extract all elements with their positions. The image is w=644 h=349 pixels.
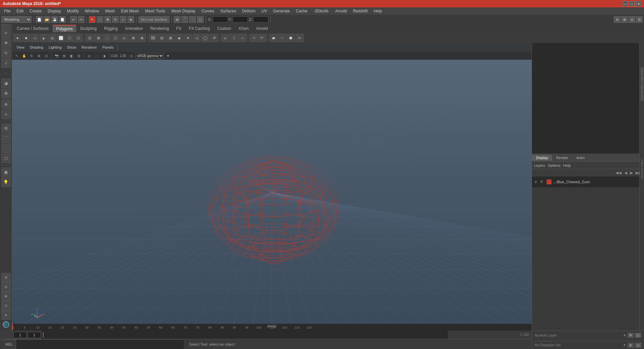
universal-tool[interactable]: ⊕ [127, 16, 134, 23]
wedge-tool[interactable]: ▷ [120, 34, 128, 42]
vp-gamma-dropdown[interactable]: ▼ [165, 52, 171, 59]
poly-cylinder-tool[interactable]: ⬭ [31, 34, 39, 42]
right-toolbar-2[interactable]: ⊠ [621, 16, 628, 23]
average-tool[interactable]: ~ [278, 34, 286, 42]
tab-xgen[interactable]: XGen [235, 25, 252, 32]
snap-curve-button[interactable]: ⌒ [181, 16, 188, 23]
lasso-tool[interactable]: ⬚ [97, 16, 103, 23]
y-field[interactable] [233, 16, 248, 22]
char-set-options-btn[interactable]: ⚙ [628, 343, 634, 348]
rotate-tool-button[interactable]: ↻ [1, 48, 11, 58]
vertical-panel-tab[interactable]: Attribute Editor [639, 7, 644, 331]
bridge-tool[interactable]: ⊞ [94, 34, 102, 42]
snap-to-grid-button[interactable]: ⊞ [1, 123, 11, 133]
panels-menu[interactable]: Panels [101, 45, 115, 50]
left-panel-2[interactable]: ⊟ [1, 282, 11, 292]
outer-right-panel-tab[interactable]: Channel Box / Layer Editor [639, 67, 644, 101]
viewport[interactable]: View Shading Lighting Show Renderer Pane… [12, 43, 532, 331]
arrow-back[interactable]: ◀ [623, 170, 628, 175]
bevel-tool[interactable]: ⌧ [149, 34, 157, 42]
connect-tool[interactable]: ⊕ [129, 34, 137, 42]
maximize-button[interactable]: □ [629, 1, 635, 6]
boolean-inter-tool[interactable]: ∩ [238, 34, 247, 42]
cleanup-tool[interactable]: ✂ [296, 34, 304, 42]
circularize-tool[interactable]: ◯ [201, 34, 209, 42]
retopo-tool[interactable]: ⬢ [287, 34, 295, 42]
menu-uv[interactable]: UV [259, 8, 270, 14]
tab-fx-caching[interactable]: FX Caching [185, 25, 213, 32]
view-menu[interactable]: View [15, 45, 26, 50]
vp-display-icon[interactable]: ◧ [68, 52, 75, 59]
left-panel-5[interactable]: ⊕ [1, 310, 11, 320]
script-input[interactable] [19, 342, 184, 346]
menu-redshift[interactable]: Redshift [350, 8, 370, 14]
tab-rigging[interactable]: Rigging [101, 25, 121, 32]
snap-grid-button[interactable]: ⊞ [174, 16, 180, 23]
poly-sphere-tool[interactable]: ● [13, 34, 21, 42]
char-set-dropdown[interactable]: ▼ [623, 343, 626, 347]
menu-help[interactable]: Help [371, 8, 385, 14]
menu-mesh-display[interactable]: Mesh Display [169, 8, 198, 14]
undo-button[interactable]: ↩ [70, 16, 77, 23]
boolean-union-tool[interactable]: ∪ [221, 34, 229, 42]
vp-render-mode-icon[interactable]: ◷ [128, 52, 135, 59]
poke-tool[interactable]: ✦ [184, 34, 192, 42]
layer-color-swatch[interactable] [547, 180, 551, 184]
snap-to-point-button[interactable]: · [1, 144, 11, 153]
menu-cache[interactable]: Cache [293, 8, 310, 14]
rotate-tool[interactable]: ↻ [112, 16, 119, 23]
render-tab[interactable]: Render [552, 155, 572, 161]
show-manipulator-button[interactable]: ⊕ [1, 100, 11, 109]
poly-torus-tool[interactable]: ◎ [48, 34, 56, 42]
move-tool[interactable]: ✥ [104, 16, 111, 23]
renderer-menu[interactable]: Renderer [80, 45, 99, 50]
mirror-cut-tool[interactable]: ⊣ [250, 34, 258, 42]
arrow-back-back[interactable]: ◀◀ [614, 170, 623, 175]
lighting-menu[interactable]: Lighting [47, 45, 63, 50]
vp-filter-icon[interactable]: ⊟ [75, 52, 82, 59]
vp-frame-icon[interactable]: ⊡ [43, 52, 50, 59]
start-frame-input[interactable] [13, 332, 27, 338]
extrude-tool[interactable]: ⊡ [86, 34, 94, 42]
tab-rendering[interactable]: Rendering [147, 25, 172, 32]
menu-file[interactable]: File [1, 8, 13, 14]
vp-orbit-icon[interactable]: ↻ [28, 52, 35, 59]
vp-zoom-icon[interactable]: ⊕ [36, 52, 42, 59]
vp-isolate-icon[interactable]: ◎ [86, 52, 93, 59]
close-button[interactable]: ✕ [636, 1, 641, 6]
sculpt-button[interactable]: ✿ [1, 89, 11, 98]
minimize-button[interactable]: — [623, 1, 628, 6]
scale-tool[interactable]: ⤢ [120, 16, 126, 23]
merge-tool[interactable]: ⊗ [138, 34, 146, 42]
fill-hole-tool[interactable]: ⬠ [112, 34, 120, 42]
mode-selector[interactable]: Modeling [1, 16, 32, 23]
right-toolbar-4[interactable]: ☰ [636, 16, 643, 23]
help-tab[interactable]: Help [563, 163, 571, 167]
window-controls[interactable]: — □ ✕ [623, 1, 641, 6]
layer-p-flag[interactable]: P [541, 180, 545, 184]
menu-window[interactable]: Window [82, 8, 102, 14]
vp-xray-icon[interactable]: ⬚ [93, 52, 100, 59]
boolean-diff-tool[interactable]: ∖ [230, 34, 238, 42]
vp-pan-icon[interactable]: ✋ [21, 52, 28, 59]
poly-cone-tool[interactable]: ▲ [40, 34, 48, 42]
menu-deform[interactable]: Deform [239, 8, 258, 14]
menu-surfaces[interactable]: Surfaces [218, 8, 239, 14]
open-file-button[interactable]: 📂 [44, 16, 50, 23]
current-frame-input[interactable] [28, 332, 41, 338]
anim-tab[interactable]: Anim [572, 155, 589, 161]
poly-platonic-tool[interactable]: ⬠ [74, 34, 83, 42]
custom-attr-button[interactable]: ≡ [1, 110, 11, 119]
snap-to-curve-button[interactable]: ⌒ [1, 134, 11, 143]
soft-select-button[interactable]: ◕ [1, 79, 11, 88]
menu-curves[interactable]: Curves [199, 8, 217, 14]
tab-polygons[interactable]: Polygons [53, 25, 76, 32]
show-menu[interactable]: Show [65, 45, 78, 50]
layer-v-flag[interactable]: V [535, 180, 539, 184]
menu-3dtoall[interactable]: -3DtoAll- [311, 8, 332, 14]
script-language-selector[interactable]: MEL [3, 340, 16, 349]
vp-select-icon[interactable]: ↖ [13, 52, 20, 59]
left-panel-3[interactable]: ⊠ [1, 292, 11, 301]
tab-custom[interactable]: Custom [214, 25, 234, 32]
move-tool-button[interactable]: ✥ [1, 38, 11, 48]
